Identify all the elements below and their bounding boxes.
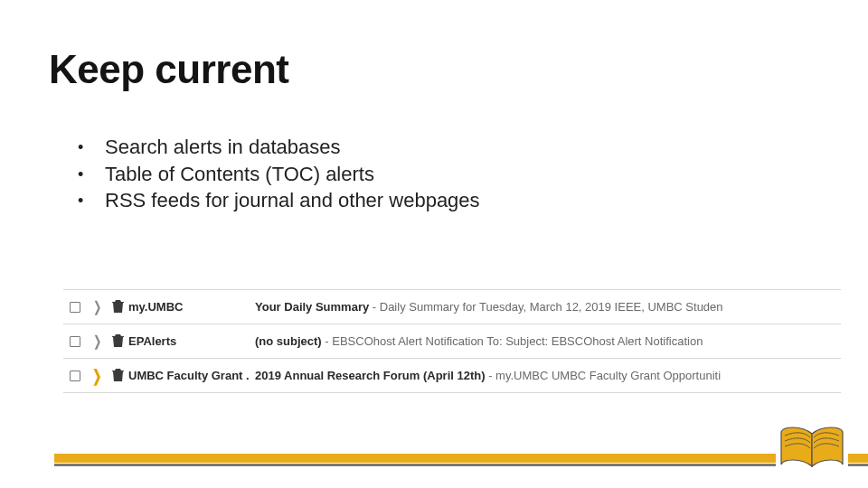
- email-subject: Your Daily Summary - Daily Summary for T…: [255, 300, 841, 314]
- email-subject-preview: - my.UMBC UMBC Faculty Grant Opportuniti: [486, 369, 722, 382]
- email-subject-preview: - EBSCOhost Alert Notification To: Subje…: [322, 334, 703, 348]
- email-subject-preview: - Daily Summary for Tuesday, March 12, 2…: [369, 300, 722, 314]
- bullet-list: Search alerts in databases Table of Cont…: [78, 134, 480, 214]
- footer-underline: [54, 464, 868, 466]
- trash-icon[interactable]: [107, 369, 128, 382]
- email-sender: UMBC Faculty Grant .: [128, 369, 255, 382]
- bullet-item: Table of Contents (TOC) alerts: [78, 161, 480, 188]
- email-subject-bold: 2019 Annual Research Forum (April 12th): [255, 369, 486, 382]
- email-row[interactable]: ❯ UMBC Faculty Grant . 2019 Annual Resea…: [63, 359, 841, 393]
- email-subject-bold: (no subject): [255, 334, 322, 348]
- trash-icon[interactable]: [107, 300, 128, 314]
- checkbox[interactable]: [63, 302, 87, 313]
- email-subject: (no subject) - EBSCOhost Alert Notificat…: [255, 334, 841, 348]
- slide-title: Keep current: [49, 47, 288, 92]
- trash-icon[interactable]: [107, 334, 128, 348]
- email-subject: 2019 Annual Research Forum (April 12th) …: [255, 369, 841, 382]
- footer-accent-bar: [54, 454, 868, 463]
- book-logo-icon: [776, 423, 848, 475]
- checkbox[interactable]: [63, 336, 87, 347]
- expand-chevron-icon[interactable]: ❯: [87, 298, 107, 315]
- email-list: ❯ my.UMBC Your Daily Summary - Daily Sum…: [63, 289, 841, 393]
- email-row[interactable]: ❯ EPAlerts (no subject) - EBSCOhost Aler…: [63, 324, 841, 359]
- email-subject-bold: Your Daily Summary: [255, 300, 369, 314]
- slide: Keep current Search alerts in databases …: [0, 0, 868, 488]
- expand-chevron-icon[interactable]: ❯: [87, 333, 107, 350]
- important-chevron-icon[interactable]: ❯: [87, 366, 107, 386]
- email-sender: my.UMBC: [128, 300, 255, 314]
- bullet-item: Search alerts in databases: [78, 134, 480, 161]
- bullet-item: RSS feeds for journal and other webpages: [78, 187, 480, 214]
- email-sender: EPAlerts: [128, 334, 255, 348]
- email-row[interactable]: ❯ my.UMBC Your Daily Summary - Daily Sum…: [63, 290, 841, 324]
- checkbox[interactable]: [63, 371, 87, 381]
